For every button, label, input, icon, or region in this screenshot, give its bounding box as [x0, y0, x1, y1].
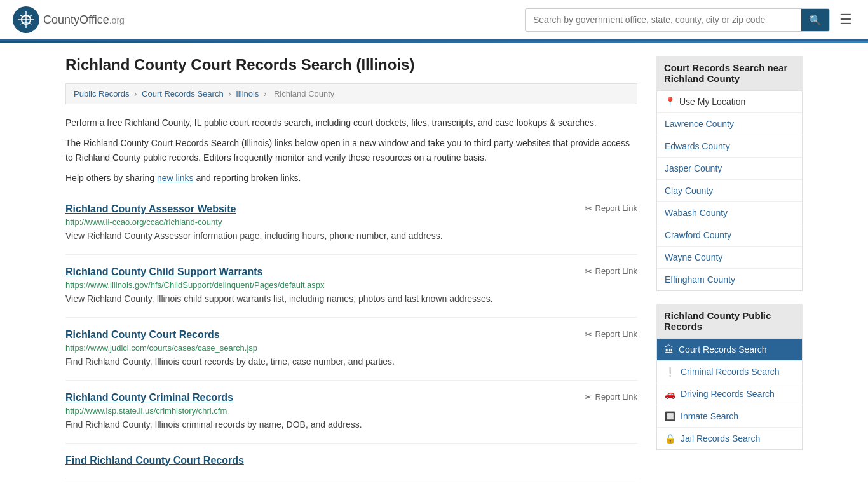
nearby-title: Court Records Search near Richland Count…	[656, 56, 803, 90]
result-desc: Find Richland County, Illinois criminal …	[65, 418, 637, 431]
sidebar-county-1[interactable]: Lawrence County	[657, 113, 802, 135]
records-jail[interactable]: 🔒 Jail Records Search	[657, 428, 802, 449]
court-records-icon: 🏛	[665, 344, 674, 355]
result-url[interactable]: http://www.isp.state.il.us/crimhistory/c…	[65, 406, 637, 416]
report-icon: ✂	[585, 392, 592, 402]
report-icon: ✂	[585, 329, 592, 339]
result-title[interactable]: Richland County Child Support Warrants	[65, 266, 263, 278]
sidebar-county-4[interactable]: Clay County	[657, 180, 802, 202]
public-records-title: Richland County Public Records	[656, 304, 803, 338]
header: CountyOffice.org 🔍 ☰	[0, 0, 868, 41]
main-container: Richland County Court Records Search (Il…	[53, 43, 815, 488]
logo-area: CountyOffice.org	[13, 6, 125, 33]
result-url[interactable]: https://www.judici.com/courts/cases/case…	[65, 343, 637, 353]
result-url[interactable]: https://www.illinois.gov/hfs/ChildSuppor…	[65, 280, 637, 290]
result-title[interactable]: Richland County Assessor Website	[65, 203, 236, 215]
result-title[interactable]: Richland County Court Records	[65, 329, 220, 341]
logo-name: CountyOffice	[43, 13, 109, 26]
search-bar: 🔍	[525, 8, 830, 32]
result-header: Richland County Court Records ✂ Report L…	[65, 329, 637, 341]
search-input[interactable]	[526, 10, 801, 30]
result-url[interactable]: http://www.il-ccao.org/ccao/richland-cou…	[65, 217, 637, 227]
sidebar-county-6[interactable]: Crawford County	[657, 224, 802, 247]
public-records-list: 🏛 Court Records Search ❕ Criminal Record…	[656, 338, 803, 450]
driving-icon: 🚗	[665, 389, 675, 399]
records-driving[interactable]: 🚗 Driving Records Search	[657, 383, 802, 405]
report-icon: ✂	[585, 203, 592, 214]
content-area: Richland County Court Records Search (Il…	[65, 56, 637, 478]
result-desc: View Richland County Assessor informatio…	[65, 229, 637, 243]
logo-icon	[13, 6, 39, 33]
breadcrumb-illinois[interactable]: Illinois	[236, 89, 259, 98]
use-location-item[interactable]: 📍 Use My Location	[657, 91, 802, 113]
result-item-2: Richland County Child Support Warrants ✂…	[65, 255, 637, 318]
sidebar-county-3[interactable]: Jasper County	[657, 158, 802, 180]
report-link[interactable]: ✂ Report Link	[585, 329, 637, 339]
logo-text: CountyOffice.org	[43, 13, 125, 27]
report-link[interactable]: ✂ Report Link	[585, 392, 637, 402]
description-3: Help others by sharing new links and rep…	[65, 171, 637, 185]
new-links-link[interactable]: new links	[157, 173, 194, 183]
breadcrumb: Public Records › Court Records Search › …	[65, 83, 637, 104]
criminal-icon: ❕	[665, 367, 675, 377]
records-inmate[interactable]: 🔲 Inmate Search	[657, 405, 802, 428]
logo-suffix: .org	[109, 15, 125, 25]
result-desc: Find Richland County, Illinois court rec…	[65, 355, 637, 369]
report-link[interactable]: ✂ Report Link	[585, 203, 637, 214]
result-desc: View Richland County, Illinois child sup…	[65, 292, 637, 306]
header-right: 🔍 ☰	[525, 8, 855, 32]
nearby-counties-list: 📍 Use My Location Lawrence County Edward…	[656, 90, 803, 291]
inmate-icon: 🔲	[665, 411, 675, 421]
search-button[interactable]: 🔍	[801, 9, 829, 31]
result-title[interactable]: Find Richland County Court Records	[65, 455, 244, 466]
breadcrumb-court-records-search[interactable]: Court Records Search	[142, 89, 224, 98]
results-container: Richland County Assessor Website ✂ Repor…	[65, 192, 637, 478]
report-icon: ✂	[585, 266, 592, 276]
breadcrumb-public-records[interactable]: Public Records	[74, 89, 129, 98]
report-link[interactable]: ✂ Report Link	[585, 266, 637, 276]
sidebar-county-2[interactable]: Edwards County	[657, 135, 802, 158]
result-item-1: Richland County Assessor Website ✂ Repor…	[65, 192, 637, 255]
sidebar-county-7[interactable]: Wayne County	[657, 247, 802, 269]
location-icon: 📍	[665, 97, 675, 107]
sidebar-county-8[interactable]: Effingham County	[657, 269, 802, 290]
sidebar-county-5[interactable]: Wabash County	[657, 202, 802, 224]
description-1: Perform a free Richland County, IL publi…	[65, 116, 637, 130]
result-header: Find Richland County Court Records	[65, 455, 637, 466]
result-item-3: Richland County Court Records ✂ Report L…	[65, 318, 637, 381]
breadcrumb-current: Richland County	[274, 89, 334, 98]
records-court-records[interactable]: 🏛 Court Records Search	[657, 339, 802, 361]
result-item-5: Find Richland County Court Records	[65, 444, 637, 478]
result-header: Richland County Criminal Records ✂ Repor…	[65, 392, 637, 403]
menu-icon[interactable]: ☰	[836, 8, 855, 31]
result-title[interactable]: Richland County Criminal Records	[65, 392, 233, 403]
result-item-4: Richland County Criminal Records ✂ Repor…	[65, 381, 637, 444]
sidebar: Court Records Search near Richland Count…	[656, 56, 803, 478]
page-title: Richland County Court Records Search (Il…	[65, 56, 637, 74]
use-location-link[interactable]: 📍 Use My Location	[657, 91, 802, 112]
result-header: Richland County Child Support Warrants ✂…	[65, 266, 637, 278]
description-2: The Richland County Court Records Search…	[65, 136, 637, 165]
result-header: Richland County Assessor Website ✂ Repor…	[65, 203, 637, 215]
jail-icon: 🔒	[665, 433, 675, 444]
records-criminal[interactable]: ❕ Criminal Records Search	[657, 361, 802, 383]
